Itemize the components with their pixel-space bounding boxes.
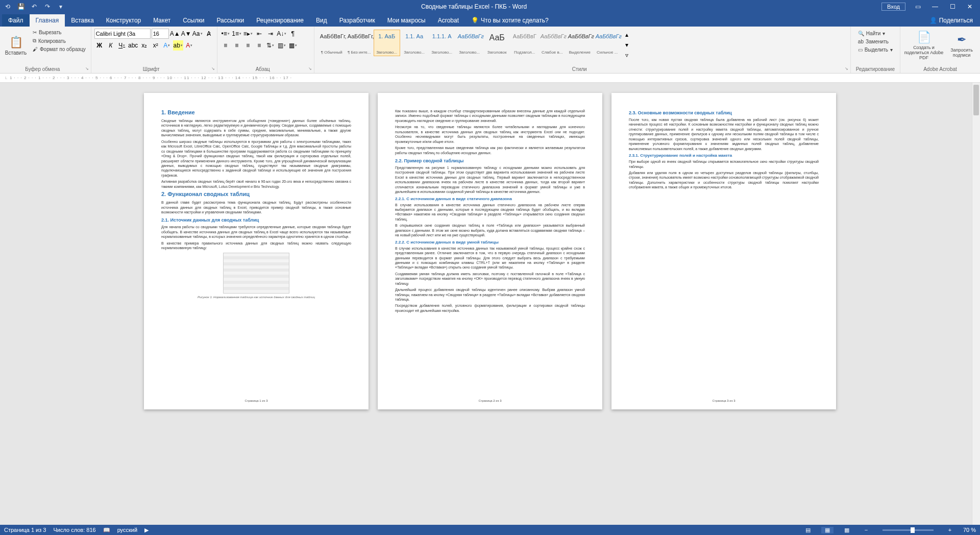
align-left-button[interactable]: ≡ [220, 40, 231, 51]
title-bar: ⟲ 💾 ↶ ↷ ▾ Сводные таблицы Excel - ПКБ - … [0, 0, 980, 13]
italic-button[interactable]: К [106, 40, 116, 51]
close-button[interactable]: ✕ [962, 1, 978, 13]
tab-file[interactable]: Файл [2, 14, 30, 27]
cut-button[interactable]: ✂Вырезать [31, 29, 88, 36]
sign-in-button[interactable]: Вход [881, 3, 905, 11]
group-label-clipboard: Буфер обмена [25, 66, 60, 72]
align-right-button[interactable]: ≡ [243, 40, 253, 51]
style-normal[interactable]: АаБбВвГг,¶ Обычный [318, 30, 345, 56]
find-button[interactable]: 🔍Найти ▾ [857, 30, 894, 37]
align-center-button[interactable]: ≡ [232, 40, 242, 51]
group-editing: 🔍Найти ▾ abЗаменить ▭Выделить ▾ Редактир… [851, 27, 900, 73]
tab-home[interactable]: Главная [30, 14, 65, 27]
tab-design[interactable]: Конструктор [100, 14, 147, 27]
style-heading1[interactable]: 1. АаБЗаголово... [374, 30, 400, 56]
style-intense[interactable]: АаБбВвГгСильное ... [594, 30, 621, 56]
group-paragraph: •≡ 1≡ ≡▸ ⇤ ⇥ A↓ ¶ ≡ ≡ ≡ ≡ ⇅ ▥ ▦ Абзац↘ [217, 27, 314, 73]
style-no-spacing[interactable]: АаБбВвГг,¶ Без инте... [346, 30, 373, 56]
increase-indent-button[interactable]: ⇥ [265, 29, 276, 39]
tab-layout[interactable]: Макет [147, 14, 177, 27]
styles-scroll-down[interactable]: ▾ [622, 40, 632, 50]
superscript-button[interactable]: x² [151, 40, 161, 51]
strikethrough-button[interactable]: abc [128, 40, 138, 51]
borders-button[interactable]: ▦ [288, 40, 298, 51]
multilevel-button[interactable]: ≡▸ [243, 29, 253, 39]
styles-scroll-up[interactable]: ▴ [622, 30, 632, 40]
shading-button[interactable]: ▥ [277, 40, 287, 51]
replace-button[interactable]: abЗаменить [857, 38, 894, 45]
group-clipboard: 📋 Вставить ✂Вырезать ⧉Копировать 🖌Формат… [0, 27, 91, 73]
share-button[interactable]: 👤Поделиться [924, 14, 978, 27]
change-case-button[interactable]: Aa [192, 29, 203, 39]
paragraph-launcher-icon[interactable]: ↘ [308, 66, 312, 71]
numbering-button[interactable]: 1≡ [232, 29, 242, 39]
decrease-indent-button[interactable]: ⇤ [254, 29, 264, 39]
clear-formatting-button[interactable]: A̷ [204, 29, 214, 39]
ribbon-options-icon[interactable]: ▭ [910, 1, 926, 13]
paste-icon: 📋 [9, 36, 23, 49]
underline-button[interactable]: Ч [117, 40, 127, 51]
group-font: A▲ A▼ Aa A̷ Ж К Ч abc x₂ x² A ab A Шрифт… [91, 27, 217, 73]
create-pdf-button[interactable]: 📄 Создать и поделиться Adobe PDF [903, 29, 944, 62]
tab-my-macros[interactable]: Мои макросы [381, 14, 432, 27]
tab-acrobat[interactable]: Acrobat [432, 14, 465, 27]
select-button[interactable]: ▭Выделить ▾ [857, 46, 894, 54]
font-color-button[interactable]: A [184, 40, 194, 51]
style-heading3[interactable]: 1.1.1. АЗаголово... [429, 30, 455, 56]
clipboard-launcher-icon[interactable]: ↘ [85, 66, 89, 71]
request-signatures-button[interactable]: ✒ Запросить подписи [946, 29, 977, 62]
font-name-input[interactable] [94, 29, 151, 39]
ribbon-tabs: Файл Главная Вставка Конструктор Макет С… [0, 13, 980, 27]
horizontal-ruler[interactable]: L 1 · · · 2 · · · 1 · · · 2 · · · 3 · · … [0, 74, 980, 83]
paste-button[interactable]: 📋 Вставить [3, 29, 29, 62]
shrink-font-button[interactable]: A▼ [181, 29, 191, 39]
font-size-input[interactable] [152, 29, 169, 39]
qat-customize-icon[interactable]: ▾ [55, 1, 66, 12]
grow-font-button[interactable]: A▲ [170, 29, 180, 39]
tab-references[interactable]: Ссылки [177, 14, 210, 27]
bold-button[interactable]: Ж [94, 40, 105, 51]
group-label-acrobat: Adobe Acrobat [902, 65, 978, 73]
pdf-icon: 📄 [917, 31, 931, 44]
tab-mailings[interactable]: Рассылки [210, 14, 250, 27]
undo-icon[interactable]: ↶ [29, 1, 40, 12]
text-effects-button[interactable]: A [162, 40, 172, 51]
line-spacing-button[interactable]: ⇅ [265, 40, 276, 51]
redo-icon[interactable]: ↷ [42, 1, 53, 12]
group-label-editing: Редактирование [853, 65, 898, 73]
font-launcher-icon[interactable]: ↘ [211, 66, 215, 71]
tab-view[interactable]: Вид [310, 14, 333, 27]
copy-button[interactable]: ⧉Копировать [31, 37, 88, 45]
format-painter-button[interactable]: 🖌Формат по образцу [31, 45, 88, 53]
sort-button[interactable]: A↓ [277, 29, 287, 39]
window-title: Сводные таблицы Excel - ПКБ - Word [66, 3, 881, 10]
bullets-button[interactable]: •≡ [220, 29, 231, 39]
justify-button[interactable]: ≡ [254, 40, 264, 51]
styles-gallery[interactable]: АаБбВвГг,¶ Обычный АаБбВвГг,¶ Без инте..… [317, 29, 633, 61]
tab-developer[interactable]: Разработчик [333, 14, 381, 27]
highlight-button[interactable]: ab [173, 40, 183, 51]
save-icon[interactable]: 💾 [15, 1, 27, 12]
group-label-font: Шрифт [143, 66, 160, 72]
autosave-icon[interactable]: ⟲ [2, 1, 13, 12]
style-heading2[interactable]: 1.1. АаЗаголово... [401, 30, 428, 56]
copy-icon: ⧉ [33, 38, 36, 44]
maximize-button[interactable]: ☐ [944, 1, 961, 13]
styles-launcher-icon[interactable]: ↘ [845, 66, 848, 71]
styles-expand[interactable]: ▿ [622, 50, 632, 60]
subscript-button[interactable]: x₂ [139, 40, 150, 51]
style-subtle-emph[interactable]: АаБбВвГгСлабое в... [539, 30, 566, 56]
group-label-paragraph: Абзац [256, 66, 270, 72]
tab-review[interactable]: Рецензирование [250, 14, 310, 27]
style-subtitle[interactable]: АаБбВвГПодзагол... [511, 30, 538, 56]
minimize-button[interactable]: — [927, 1, 943, 13]
style-heading4[interactable]: АаБбВвГгЗаголово... [456, 30, 483, 56]
style-emphasis[interactable]: АаБбВвГгВыделение [567, 30, 593, 56]
style-title[interactable]: АаБЗаголовок [484, 30, 510, 56]
show-marks-button[interactable]: ¶ [288, 29, 298, 39]
tell-me[interactable]: 💡Что вы хотите сделать? [465, 14, 555, 27]
group-acrobat: 📄 Создать и поделиться Adobe PDF ✒ Запро… [900, 27, 980, 73]
share-icon: 👤 [929, 17, 937, 24]
ribbon: 📋 Вставить ✂Вырезать ⧉Копировать 🖌Формат… [0, 27, 980, 74]
tab-insert[interactable]: Вставка [65, 14, 100, 27]
